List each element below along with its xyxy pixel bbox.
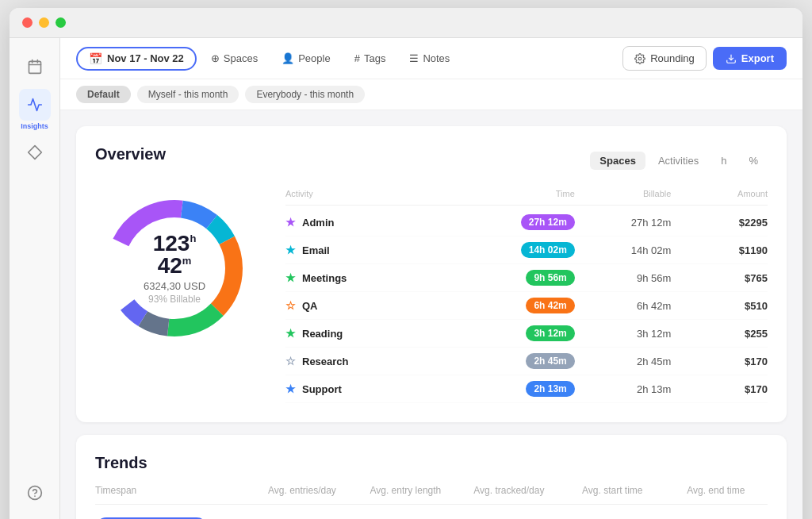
maximize-button[interactable] — [56, 17, 66, 28]
time-cell-email: 14h 02m — [478, 242, 575, 258]
table-row: ☆ QA 6h 42m 6h 42m $510 — [285, 292, 768, 320]
notes-icon: ☰ — [409, 52, 419, 64]
calendar-icon: 📅 — [89, 52, 102, 65]
overview-title: Overview — [95, 145, 166, 163]
export-icon — [726, 53, 737, 64]
donut-minutes: 42 — [158, 253, 182, 278]
table-row: ★ Reading 3h 12m 3h 12m $255 — [285, 320, 768, 348]
tags-filter-label: Tags — [364, 52, 385, 64]
people-filter-label: People — [298, 52, 330, 64]
sidebar-item-settings[interactable] — [19, 515, 51, 519]
people-icon: 👤 — [282, 52, 294, 64]
sidebar-item-insights[interactable]: Insights — [19, 89, 51, 130]
filter-myself[interactable]: Myself - this month — [137, 86, 239, 103]
activity-table: Activity Time Billable Amount ★ Admin — [285, 189, 768, 403]
amount-cell-research: $170 — [671, 356, 768, 367]
activity-label-email: Email — [302, 244, 330, 256]
billable-cell-support: 2h 13m — [575, 383, 672, 395]
star-icon-support: ★ — [285, 383, 296, 395]
title-bar — [10, 8, 802, 38]
toggle-percent[interactable]: % — [739, 152, 768, 170]
filter-default[interactable]: Default — [76, 86, 131, 103]
trends-col-start: Avg. start time — [561, 485, 664, 496]
table-row: ★ Support 2h 13m 2h 13m $170 — [285, 375, 768, 403]
col-amount: Amount — [671, 189, 768, 198]
table-row: ★ Admin 27h 12m 27h 12m $2295 — [285, 209, 768, 236]
app-window: Insights Pro — [10, 8, 802, 519]
filter-everybody[interactable]: Everybody - this month — [245, 86, 365, 103]
activity-label-support: Support — [302, 383, 342, 395]
donut-minutes-suffix: m — [182, 255, 192, 267]
billable-cell-email: 14h 02m — [575, 244, 672, 256]
date-range-label: Nov 17 - Nov 22 — [107, 52, 184, 64]
svg-rect-0 — [29, 61, 40, 73]
amount-cell-support: $170 — [671, 383, 768, 395]
amount-cell-reading: $255 — [671, 328, 768, 340]
trends-body: Timespan Avg. entries/day Avg. entry len… — [95, 485, 768, 519]
donut-hours: 123 — [153, 231, 190, 256]
sidebar-item-calendar[interactable] — [19, 51, 51, 83]
tags-filter-button[interactable]: # Tags — [345, 48, 396, 68]
svg-marker-4 — [28, 146, 41, 160]
toggle-hours[interactable]: h — [711, 152, 736, 170]
activity-name-research: ☆ Research — [285, 355, 478, 367]
activity-name-admin: ★ Admin — [285, 216, 478, 229]
spaces-icon: ⊕ — [211, 52, 220, 64]
content-area: 📅 Nov 17 - Nov 22 ⊕ Spaces 👤 People # Ta… — [60, 38, 802, 519]
content-scroll: Overview Spaces Activities h % — [60, 110, 802, 519]
donut-center-text: 123h 42m 6324,30 USD 93% Billable — [135, 233, 214, 305]
table-row: ★ Email 14h 02m 14h 02m $1190 — [285, 236, 768, 264]
date-range-filter[interactable]: 📅 Nov 17 - Nov 22 — [76, 47, 197, 71]
minimize-button[interactable] — [39, 17, 49, 28]
time-badge-email: 14h 02m — [521, 242, 575, 258]
col-activity: Activity — [285, 189, 478, 198]
billable-cell-qa: 6h 42m — [575, 300, 672, 312]
trends-table-header: Timespan Avg. entries/day Avg. entry len… — [95, 485, 768, 505]
notes-filter-label: Notes — [423, 52, 450, 64]
spaces-filter-button[interactable]: ⊕ Spaces — [201, 48, 267, 68]
spaces-filter-label: Spaces — [224, 52, 258, 64]
time-badge-support: 2h 13m — [526, 381, 574, 397]
col-time: Time — [478, 189, 575, 198]
activity-label-research: Research — [302, 356, 349, 367]
activity-name-qa: ☆ QA — [285, 299, 478, 312]
close-button[interactable] — [22, 17, 33, 28]
amount-cell-meetings: $765 — [671, 272, 768, 284]
time-badge-admin: 27h 12m — [521, 214, 575, 230]
activity-label-admin: Admin — [302, 217, 334, 229]
trends-col-entry-length: Avg. entry length — [354, 485, 457, 496]
overview-body: 123h 42m 6324,30 USD 93% Billable Activi… — [95, 189, 768, 403]
donut-billable: 93% Billable — [135, 294, 214, 305]
people-filter-button[interactable]: 👤 People — [272, 48, 339, 68]
notes-filter-button[interactable]: ☰ Notes — [400, 48, 459, 68]
tags-icon: # — [354, 52, 360, 64]
amount-cell-email: $1190 — [671, 244, 768, 256]
trends-col-timespan: Timespan — [95, 485, 251, 496]
sidebar-item-help[interactable] — [19, 477, 51, 509]
trends-col-end: Avg. end time — [665, 485, 768, 496]
trends-title: Trends — [95, 454, 768, 472]
donut-usd: 6324,30 USD — [135, 280, 214, 292]
view-toggle: Spaces Activities h % — [590, 152, 768, 170]
time-badge-qa: 6h 42m — [526, 298, 574, 313]
time-badge-reading: 3h 12m — [526, 325, 574, 341]
export-button[interactable]: Export — [713, 47, 787, 70]
billable-cell-research: 2h 45m — [575, 356, 672, 367]
time-badge-research: 2h 45m — [526, 353, 574, 369]
trends-data-row: 📅 Nov 17 - Nov 22 1 5h 26m 5h 26m 13:04 … — [95, 513, 768, 519]
billable-cell-meetings: 9h 56m — [575, 272, 672, 284]
sidebar-insights-label: Insights — [21, 122, 48, 130]
activity-name-support: ★ Support — [285, 383, 478, 395]
sidebar-item-diamond[interactable] — [19, 136, 51, 168]
toggle-spaces[interactable]: Spaces — [590, 152, 645, 170]
export-label: Export — [741, 52, 774, 64]
sidebar: Insights Pro — [10, 38, 60, 519]
rounding-button[interactable]: Rounding — [622, 46, 707, 71]
trends-col-entries: Avg. entries/day — [251, 485, 354, 496]
overview-header: Overview Spaces Activities h % — [95, 145, 768, 176]
table-header: Activity Time Billable Amount — [285, 189, 768, 206]
time-cell-meetings: 9h 56m — [478, 270, 575, 286]
time-cell-admin: 27h 12m — [478, 214, 575, 230]
toggle-activities[interactable]: Activities — [649, 152, 708, 170]
star-icon-meetings: ★ — [285, 271, 296, 284]
